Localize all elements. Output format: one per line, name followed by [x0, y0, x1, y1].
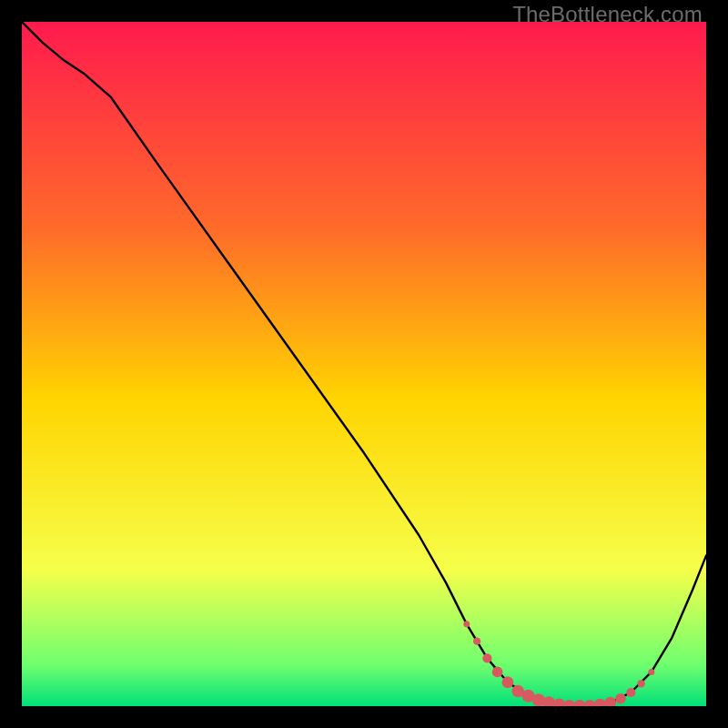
curve-marker [648, 669, 654, 675]
curve-marker [492, 667, 503, 678]
bottleneck-curve-chart [22, 22, 706, 706]
gradient-background [22, 22, 706, 706]
curve-marker [473, 637, 480, 644]
chart-frame [22, 22, 706, 706]
curve-marker [626, 688, 635, 697]
curve-marker [615, 693, 626, 704]
curve-marker [637, 680, 644, 687]
curve-marker [463, 621, 470, 627]
curve-marker [482, 653, 491, 662]
curve-marker [502, 676, 514, 688]
